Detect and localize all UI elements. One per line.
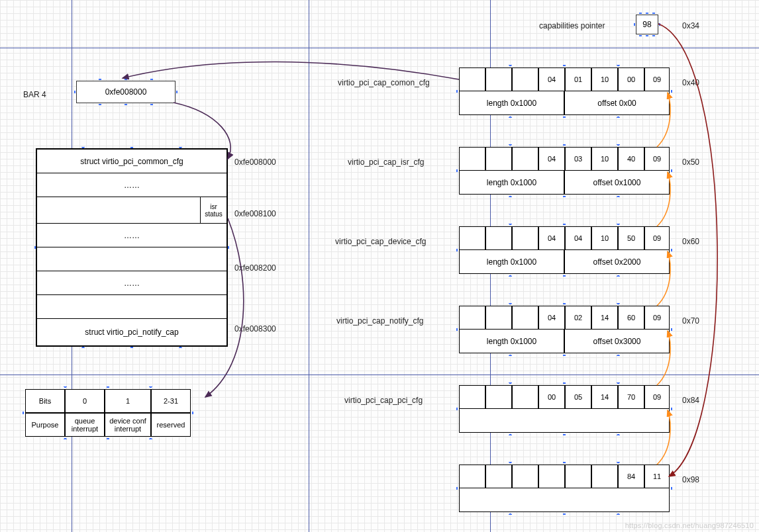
bits-r1: queue interrupt — [65, 413, 105, 437]
cap0[interactable]: 04 01 10 00 09 length 0x1000 offset 0x00 — [459, 67, 670, 115]
cap1[interactable]: 04 03 10 40 09 length 0x1000 offset 0x10… — [459, 147, 670, 195]
cap0-length: length 0x1000 — [459, 91, 564, 115]
cap0-c4: 01 — [565, 67, 591, 91]
caps-pointer-label: capabilities pointer — [539, 21, 605, 30]
bar4-label: BAR 4 — [23, 90, 46, 99]
cap0-c3: 04 — [538, 67, 565, 91]
bits-r3: reserved — [151, 413, 191, 437]
addr-0x34: 0x34 — [682, 21, 699, 30]
cap0-c0 — [459, 67, 485, 91]
memmap-row-isr: isrstatus — [37, 197, 227, 224]
memmap-row-gap1 — [37, 247, 227, 271]
bits-h3: 2-31 — [151, 389, 191, 413]
cap2[interactable]: 04 04 10 50 09 length 0x1000 offset 0x20… — [459, 226, 670, 274]
cap0-c5: 10 — [591, 67, 618, 91]
memmap-table[interactable]: struct virtio_pci_common_cfg …… isrstatu… — [36, 148, 228, 347]
memmap-row-dots1: …… — [37, 173, 227, 197]
axis-h — [0, 48, 759, 48]
addr-0x60: 0x60 — [682, 237, 699, 246]
memmap-row-notify: struct virtio_pci_notify_cap — [37, 319, 227, 345]
addr-fe008100: 0xfe008100 — [234, 209, 276, 218]
caps-pointer-value: 98 — [642, 20, 651, 29]
cap3[interactable]: 04 02 14 60 09 length 0x1000 offset 0x30… — [459, 306, 670, 353]
watermark: https://blog.csdn.net/huang987246510 — [625, 521, 754, 529]
cap0-c6: 00 — [618, 67, 644, 91]
addr-0x84: 0x84 — [682, 396, 699, 405]
cap0-offset: offset 0x00 — [564, 91, 670, 115]
bits-r2: device conf interrupt — [105, 413, 151, 437]
cap1-name: virtio_pci_cap_isr_cfg — [348, 157, 424, 167]
cap0-c1 — [485, 67, 512, 91]
addr-fe008200: 0xfe008200 — [234, 263, 276, 273]
cap0-c7: 09 — [644, 67, 670, 91]
addr-0x98: 0x98 — [682, 475, 699, 484]
bits-r0: Purpose — [25, 413, 65, 437]
memmap-row-dots2: …… — [37, 224, 227, 247]
memmap-common-label: struct virtio_pci_common_cfg — [80, 157, 183, 166]
bar4-box[interactable]: 0xfe008000 — [76, 81, 176, 103]
addr-0x70: 0x70 — [682, 316, 699, 326]
memmap-notify-label: struct virtio_pci_notify_cap — [85, 328, 178, 337]
memmap-row-dots3: …… — [37, 271, 227, 295]
cap4-name: virtio_pci_cap_pci_cfg — [344, 396, 423, 405]
addr-fe008300: 0xfe008300 — [234, 324, 276, 333]
axis-h2 — [0, 375, 759, 375]
bits-table[interactable]: Bits 0 1 2-31 Purpose queue interrupt de… — [25, 389, 191, 437]
bits-h0: Bits — [25, 389, 65, 413]
cap0-name: virtio_pci_cap_comon_cfg — [338, 78, 430, 87]
cap4[interactable]: 00 05 14 70 09 — [459, 385, 670, 433]
addr-0x40: 0x40 — [682, 78, 699, 87]
cap2-name: virtio_pci_cap_device_cfg — [335, 237, 426, 246]
caps-pointer-box[interactable]: 98 — [636, 15, 658, 34]
bits-h2: 1 — [105, 389, 151, 413]
memmap-row-common: struct virtio_pci_common_cfg — [37, 150, 227, 173]
bits-h1: 0 — [65, 389, 105, 413]
addr-fe008000: 0xfe008000 — [234, 157, 276, 167]
cap3-name: virtio_pci_cap_notify_cfg — [336, 316, 423, 326]
axis-v2 — [309, 0, 309, 532]
addr-0x50: 0x50 — [682, 157, 699, 167]
diagram-canvas[interactable]: capabilities pointer 98 0x34 BAR 4 0xfe0… — [0, 0, 759, 532]
tail-block[interactable]: 84 11 — [459, 465, 670, 512]
memmap-row-gap2 — [37, 295, 227, 319]
bar4-value: 0xfe008000 — [105, 87, 147, 97]
cap0-c2 — [512, 67, 538, 91]
isr-status-cell: isrstatus — [200, 197, 227, 223]
